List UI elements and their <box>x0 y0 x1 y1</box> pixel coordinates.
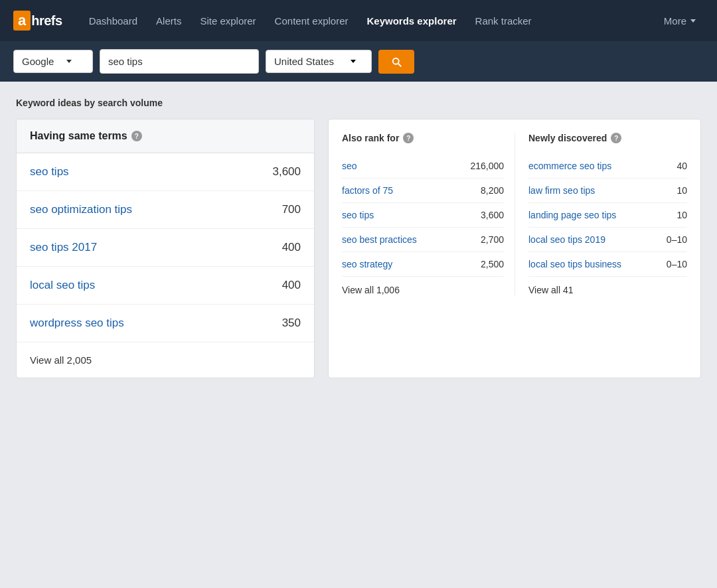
also-rank-link-2[interactable]: seo tips <box>342 210 374 220</box>
also-rank-link-0[interactable]: seo <box>342 161 357 171</box>
nav-item-keywords-explorer[interactable]: Keywords explorer <box>359 10 465 32</box>
same-terms-row-1[interactable]: seo optimization tips 700 <box>17 191 314 229</box>
same-terms-link-4[interactable]: wordpress seo tips <box>30 317 124 330</box>
also-rank-link-3[interactable]: seo best practices <box>342 234 417 245</box>
also-rank-title: Also rank for ? <box>342 133 504 143</box>
also-rank-link-1[interactable]: factors of 75 <box>342 185 393 196</box>
logo[interactable]: a hrefs <box>13 11 62 31</box>
same-terms-volume-0: 3,600 <box>272 165 301 179</box>
also-rank-info-icon[interactable]: ? <box>403 133 414 143</box>
also-rank-row-3[interactable]: seo best practices 2,700 <box>342 228 504 252</box>
also-rank-row-2[interactable]: seo tips 3,600 <box>342 203 504 228</box>
main-content: Keyword ideas by search volume Having sa… <box>0 82 717 394</box>
newly-volume-0: 40 <box>647 161 687 171</box>
same-terms-row-3[interactable]: local seo tips 400 <box>17 267 314 305</box>
nav-item-content-explorer[interactable]: Content explorer <box>267 10 357 32</box>
also-rank-volume-1: 8,200 <box>464 185 504 196</box>
right-panel: Also rank for ? seo 216,000 factors of 7… <box>328 119 701 378</box>
newly-row-3[interactable]: local seo tips 2019 0–10 <box>528 228 687 252</box>
same-terms-link-2[interactable]: seo tips 2017 <box>30 241 97 254</box>
newly-row-2[interactable]: landing page seo tips 10 <box>528 203 687 228</box>
right-grid: Also rank for ? seo 216,000 factors of 7… <box>342 133 687 295</box>
nav-items: Dashboard Alerts Site explorer Content e… <box>81 10 656 32</box>
same-terms-title: Having same terms ? <box>30 130 301 142</box>
same-terms-row-0[interactable]: seo tips 3,600 <box>17 153 314 191</box>
search-button[interactable] <box>378 50 414 74</box>
also-rank-volume-3: 2,700 <box>464 234 504 245</box>
also-rank-row-0[interactable]: seo 216,000 <box>342 154 504 179</box>
same-terms-info-icon[interactable]: ? <box>131 131 142 141</box>
search-engine-select[interactable]: Google Bing YouTube <box>13 50 93 73</box>
newly-discovered-title: Newly discovered ? <box>528 133 687 143</box>
same-terms-list: seo tips 3,600 seo optimization tips 700… <box>17 153 314 378</box>
also-rank-volume-2: 3,600 <box>464 210 504 220</box>
country-select-wrapper[interactable]: United States United Kingdom Canada <box>266 50 372 73</box>
newly-volume-1: 10 <box>647 185 687 196</box>
same-terms-row-4[interactable]: wordpress seo tips 350 <box>17 305 314 342</box>
same-terms-link-3[interactable]: local seo tips <box>30 279 95 292</box>
also-rank-row-1[interactable]: factors of 75 8,200 <box>342 179 504 203</box>
nav-more[interactable]: More <box>656 10 704 32</box>
engine-chevron-icon <box>66 60 72 63</box>
section-title: Keyword ideas by search volume <box>16 98 701 108</box>
also-rank-section: Also rank for ? seo 216,000 factors of 7… <box>342 133 515 295</box>
navbar: a hrefs Dashboard Alerts Site explorer C… <box>0 0 717 41</box>
logo-hrefs: hrefs <box>31 13 62 29</box>
search-icon <box>390 56 402 68</box>
same-terms-volume-4: 350 <box>282 317 301 330</box>
newly-link-3[interactable]: local seo tips 2019 <box>528 234 605 245</box>
same-terms-view-all[interactable]: View all 2,005 <box>17 342 314 378</box>
nav-more-label: More <box>664 15 686 27</box>
newly-discovered-section: Newly discovered ? ecommerce seo tips 40… <box>515 133 687 295</box>
nav-item-rank-tracker[interactable]: Rank tracker <box>467 10 540 32</box>
nav-item-alerts[interactable]: Alerts <box>148 10 189 32</box>
newly-link-0[interactable]: ecommerce seo tips <box>528 161 611 171</box>
newly-volume-4: 0–10 <box>647 259 687 269</box>
newly-row-4[interactable]: local seo tips business 0–10 <box>528 252 687 277</box>
same-terms-link-1[interactable]: seo optimization tips <box>30 203 132 216</box>
newly-discovered-info-icon[interactable]: ? <box>611 133 621 143</box>
keyword-input[interactable] <box>100 49 259 74</box>
nav-item-site-explorer[interactable]: Site explorer <box>192 10 264 32</box>
chevron-down-icon <box>690 19 696 23</box>
same-terms-header: Having same terms ? <box>17 119 314 153</box>
newly-link-4[interactable]: local seo tips business <box>528 259 621 269</box>
newly-row-1[interactable]: law firm seo tips 10 <box>528 179 687 203</box>
newly-volume-3: 0–10 <box>647 234 687 245</box>
newly-volume-2: 10 <box>647 210 687 220</box>
newly-link-1[interactable]: law firm seo tips <box>528 185 595 196</box>
search-bar: Google Bing YouTube United States United… <box>0 41 717 82</box>
also-rank-volume-0: 216,000 <box>464 161 504 171</box>
also-rank-link-4[interactable]: seo strategy <box>342 259 392 269</box>
country-chevron-icon <box>351 60 356 63</box>
logo-a: a <box>13 11 31 31</box>
newly-row-0[interactable]: ecommerce seo tips 40 <box>528 154 687 179</box>
same-terms-panel: Having same terms ? seo tips 3,600 seo o… <box>16 119 315 378</box>
content-grid: Having same terms ? seo tips 3,600 seo o… <box>16 119 701 378</box>
same-terms-row-2[interactable]: seo tips 2017 400 <box>17 229 314 267</box>
newly-link-2[interactable]: landing page seo tips <box>528 210 616 220</box>
country-dropdown[interactable]: United States United Kingdom Canada <box>274 56 345 67</box>
same-terms-volume-1: 700 <box>282 203 301 216</box>
same-terms-volume-2: 400 <box>282 241 301 254</box>
engine-dropdown[interactable]: Google Bing YouTube <box>22 56 61 67</box>
nav-item-dashboard[interactable]: Dashboard <box>81 10 145 32</box>
also-rank-view-all[interactable]: View all 1,006 <box>342 277 504 295</box>
same-terms-link-0[interactable]: seo tips <box>30 165 69 179</box>
newly-view-all[interactable]: View all 41 <box>528 277 687 295</box>
same-terms-volume-3: 400 <box>282 279 301 292</box>
also-rank-row-4[interactable]: seo strategy 2,500 <box>342 252 504 277</box>
keyword-input-wrapper <box>100 49 259 74</box>
also-rank-volume-4: 2,500 <box>464 259 504 269</box>
